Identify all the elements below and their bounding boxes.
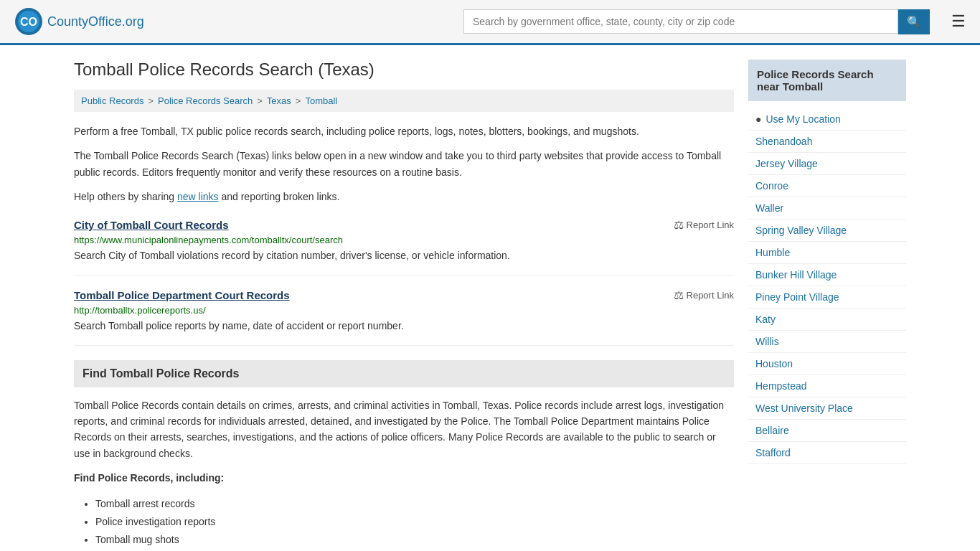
intro-text-1: Perform a free Tomball, TX public police…: [74, 123, 734, 139]
sidebar-link-humble[interactable]: Humble: [748, 242, 906, 264]
use-my-location-link[interactable]: ● Use My Location: [748, 108, 906, 131]
intro-text-3: Help others by sharing new links and rep…: [74, 189, 734, 204]
record-header-2: Tomball Police Department Court Records …: [74, 288, 734, 302]
sidebar-link-spring-valley-village[interactable]: Spring Valley Village: [748, 220, 906, 242]
sidebar-link-bunker-hill-village[interactable]: Bunker Hill Village: [748, 264, 906, 286]
breadcrumb-sep-2: >: [257, 95, 263, 106]
sidebar-link-west-university-place[interactable]: West University Place: [748, 397, 906, 420]
find-list-item-3: Tomball mug shots: [95, 531, 734, 549]
page-title: Tomball Police Records Search (Texas): [74, 60, 734, 80]
report-link-label-1: Report Link: [687, 220, 734, 230]
record-block-1: City of Tomball Court Records ⚖ Report L…: [74, 218, 734, 276]
logo-org: .org: [122, 14, 144, 29]
sidebar-link-conroe[interactable]: Conroe: [748, 175, 906, 197]
record-header-1: City of Tomball Court Records ⚖ Report L…: [74, 218, 734, 232]
breadcrumb-police-records-search[interactable]: Police Records Search: [158, 95, 253, 106]
find-list-heading: Find Police Records, including:: [74, 470, 734, 486]
intro3-before: Help others by sharing: [74, 191, 177, 202]
sidebar-link-bellaire[interactable]: Bellaire: [748, 420, 906, 442]
sidebar-link-houston[interactable]: Houston: [748, 353, 906, 375]
search-icon: 🔍: [907, 16, 921, 28]
header: CO CountyOffice.org 🔍 ☰: [0, 0, 980, 45]
menu-button[interactable]: ☰: [951, 12, 966, 31]
use-location-label: Use My Location: [765, 113, 840, 125]
sidebar-link-piney-point-village[interactable]: Piney Point Village: [748, 286, 906, 309]
content-area: Tomball Police Records Search (Texas) Pu…: [74, 60, 734, 549]
sidebar-heading: Police Records Search near Tomball: [748, 60, 906, 101]
intro3-after: and reporting broken links.: [219, 191, 340, 202]
search-area: 🔍: [463, 9, 930, 34]
main-container: Tomball Police Records Search (Texas) Pu…: [60, 45, 920, 551]
logo-county: CountyOffice: [47, 14, 122, 29]
broken-link-icon-1: ⚖: [674, 218, 684, 232]
sidebar-link-waller[interactable]: Waller: [748, 197, 906, 220]
location-pin-icon: ●: [755, 113, 761, 125]
breadcrumb-sep-3: >: [296, 95, 301, 106]
find-desc: Tomball Police Records contain details o…: [74, 397, 734, 462]
breadcrumb: Public Records > Police Records Search >…: [74, 90, 734, 112]
breadcrumb-texas[interactable]: Texas: [267, 95, 291, 106]
sidebar-link-jersey-village[interactable]: Jersey Village: [748, 153, 906, 175]
record-title-2[interactable]: Tomball Police Department Court Records: [74, 289, 290, 301]
record-desc-2: Search Tomball police reports by name, d…: [74, 319, 734, 334]
breadcrumb-sep-1: >: [148, 95, 154, 106]
sidebar-link-shenandoah[interactable]: Shenandoah: [748, 131, 906, 153]
search-button[interactable]: 🔍: [898, 9, 930, 34]
search-input[interactable]: [463, 9, 898, 34]
intro-text-2: The Tomball Police Records Search (Texas…: [74, 148, 734, 180]
sidebar-link-stafford[interactable]: Stafford: [748, 442, 906, 464]
logo-link[interactable]: CO CountyOffice.org: [14, 7, 144, 36]
record-url-1[interactable]: https://www.municipalonlinepayments.com/…: [74, 235, 734, 245]
sidebar: Police Records Search near Tomball ● Use…: [748, 60, 906, 549]
hamburger-icon: ☰: [951, 12, 966, 30]
new-links-link[interactable]: new links: [177, 191, 219, 202]
breadcrumb-public-records[interactable]: Public Records: [81, 95, 143, 106]
broken-link-icon-2: ⚖: [674, 288, 684, 302]
logo-icon: CO: [14, 7, 43, 36]
find-list-heading-text: Find Police Records, including:: [74, 472, 224, 484]
report-link-button-1[interactable]: ⚖ Report Link: [674, 218, 734, 232]
report-link-button-2[interactable]: ⚖ Report Link: [674, 288, 734, 302]
sidebar-link-katy[interactable]: Katy: [748, 309, 906, 331]
find-list-item-1: Tomball arrest records: [95, 495, 734, 513]
find-list-item-2: Police investigation reports: [95, 513, 734, 531]
logo-text: CountyOffice.org: [47, 14, 144, 29]
sidebar-link-hempstead[interactable]: Hempstead: [748, 375, 906, 397]
breadcrumb-tomball[interactable]: Tomball: [305, 95, 337, 106]
record-title-1[interactable]: City of Tomball Court Records: [74, 219, 229, 231]
report-link-label-2: Report Link: [687, 290, 734, 301]
svg-text:CO: CO: [20, 16, 37, 28]
find-list: Tomball arrest records Police investigat…: [95, 495, 734, 550]
record-url-2[interactable]: http://tomballtx.policereports.us/: [74, 305, 734, 316]
record-desc-1: Search City of Tomball violations record…: [74, 248, 734, 263]
record-block-2: Tomball Police Department Court Records …: [74, 288, 734, 346]
find-section-heading: Find Tomball Police Records: [74, 360, 734, 387]
sidebar-link-willis[interactable]: Willis: [748, 331, 906, 353]
